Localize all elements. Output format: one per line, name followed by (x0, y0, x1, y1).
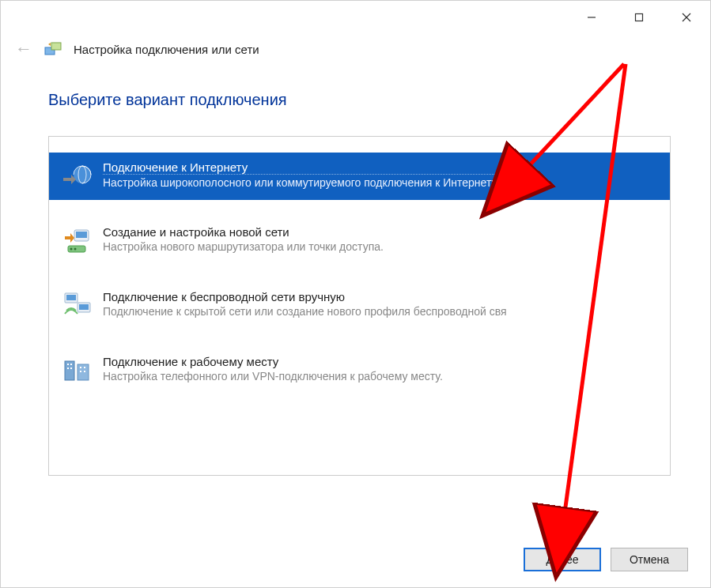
workplace-buildings-icon (60, 353, 95, 388)
svg-rect-20 (70, 364, 72, 365)
connection-options-list: Подключение к Интернету Настройка широко… (48, 136, 671, 476)
option-workplace-connection[interactable]: Подключение к рабочему месту Настройка т… (49, 347, 670, 394)
svg-rect-26 (84, 371, 85, 372)
svg-rect-18 (78, 364, 89, 380)
next-button[interactable]: Далее (524, 548, 601, 571)
option-title: Подключение к рабочему месту (103, 355, 443, 368)
svg-rect-17 (65, 361, 74, 380)
back-arrow-icon: ← (15, 39, 32, 59)
close-button[interactable] (663, 6, 710, 29)
option-title: Создание и настройка новой сети (103, 225, 384, 239)
router-setup-icon (60, 224, 95, 258)
globe-arrow-icon (60, 159, 95, 194)
svg-rect-1 (636, 14, 643, 21)
svg-rect-19 (67, 364, 69, 365)
wireless-computers-icon (60, 288, 95, 323)
network-wizard-icon (43, 40, 62, 58)
svg-rect-21 (67, 368, 69, 369)
wizard-window: ← Настройка подключения или сети Выберит… (0, 0, 711, 588)
option-desc: Настройка нового маршрутизатора или точк… (103, 240, 384, 253)
maximize-button[interactable] (615, 6, 663, 29)
option-title: Подключение к беспроводной сети вручную (103, 290, 507, 303)
svg-rect-16 (79, 304, 89, 310)
content-area: Выберите вариант подключения Подключение… (1, 62, 710, 476)
option-desc: Настройка телефонного или VPN-подключени… (103, 370, 443, 383)
option-create-network[interactable]: Создание и настройка новой сети Настройк… (49, 217, 670, 265)
option-internet-connection[interactable]: Подключение к Интернету Настройка широко… (49, 153, 670, 200)
minimize-button[interactable] (568, 6, 615, 29)
svg-rect-22 (70, 368, 72, 369)
option-manual-wireless[interactable]: Подключение к беспроводной сети вручную … (49, 282, 670, 330)
option-desc: Настройка широкополосного или коммутируе… (103, 176, 499, 189)
svg-point-11 (70, 248, 73, 251)
option-desc: Подключение к скрытой сети или создание … (103, 305, 507, 318)
svg-point-12 (74, 248, 77, 251)
option-title: Подключение к Интернету (103, 160, 499, 175)
svg-rect-9 (76, 232, 87, 238)
svg-rect-23 (80, 367, 81, 368)
button-row: Далее Отмена (524, 548, 688, 571)
page-heading: Выберите вариант подключения (48, 91, 671, 109)
svg-rect-25 (80, 371, 81, 372)
cancel-button[interactable]: Отмена (611, 548, 688, 571)
svg-rect-24 (84, 367, 85, 368)
titlebar (1, 1, 710, 32)
window-title: Настройка подключения или сети (74, 43, 259, 56)
svg-rect-14 (66, 295, 76, 300)
header-row: ← Настройка подключения или сети (1, 32, 710, 62)
svg-rect-5 (51, 43, 61, 50)
